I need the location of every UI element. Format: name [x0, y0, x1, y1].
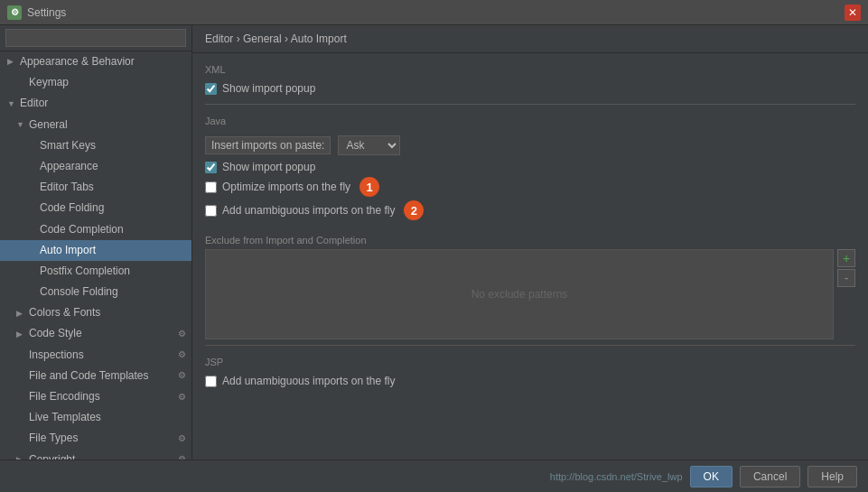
sidebar-item-label-copyright: Copyright — [29, 451, 75, 460]
jsp-section-label: JSP — [205, 357, 855, 367]
tree-arrow-editor: ▼ — [7, 97, 16, 110]
sidebar-item-label-code-style: Code Style — [29, 325, 82, 342]
sidebar-item-label-editor: Editor — [20, 95, 48, 112]
sidebar-item-label-console-folding: Console Folding — [40, 283, 118, 301]
sidebar-item-label-file-encodings: File Encodings — [29, 388, 100, 405]
optimize-imports-row: Optimize imports on the fly 1 — [205, 175, 855, 199]
xml-show-import-checkbox[interactable] — [205, 83, 217, 95]
sidebar-item-postfix-completion[interactable]: Postfix Completion — [0, 261, 191, 282]
sidebar-item-copyright[interactable]: ▶Copyright⚙ — [0, 450, 191, 460]
sidebar-item-label-colors-fonts: Colors & Fonts — [29, 304, 100, 321]
add-unambiguous-jsp-checkbox[interactable] — [205, 376, 217, 387]
main-container: ▶Appearance & BehaviorKeymap▼Editor▼Gene… — [0, 25, 868, 460]
search-input[interactable] — [5, 29, 186, 47]
sidebar-item-label-keymap: Keymap — [29, 74, 69, 91]
close-button[interactable]: ✕ — [845, 5, 861, 21]
window-title: Settings — [27, 6, 66, 19]
insert-imports-row: Insert imports on paste: Ask Always Neve… — [205, 132, 855, 159]
java-show-import-label: Show import popup — [222, 161, 315, 173]
sidebar-item-file-encodings[interactable]: File Encodings⚙ — [0, 386, 191, 407]
optimize-imports-label: Optimize imports on the fly — [222, 181, 350, 193]
gear-icon-file-encodings: ⚙ — [178, 390, 186, 404]
java-section-label: Java — [205, 116, 855, 126]
java-show-import-row: Show import popup — [205, 159, 855, 175]
xml-show-import-label: Show import popup — [222, 82, 315, 95]
add-unambiguous-java-label: Add unambiguous imports on the fly — [222, 204, 395, 217]
sidebar-item-appearance-e[interactable]: Appearance — [0, 156, 191, 177]
sidebar-item-inspections[interactable]: Inspections⚙ — [0, 345, 191, 366]
sidebar-item-label-file-types: File Types — [29, 430, 78, 447]
sidebar-item-file-code-templates[interactable]: File and Code Templates⚙ — [0, 366, 191, 386]
add-unambiguous-jsp-label: Add unambiguous imports on the fly — [222, 375, 395, 387]
sidebar-item-smart-keys[interactable]: Smart Keys — [0, 135, 191, 156]
sidebar-item-label-file-code-templates: File and Code Templates — [29, 367, 149, 385]
search-box — [0, 25, 191, 51]
sidebar-item-code-folding[interactable]: Code Folding — [0, 198, 191, 218]
sidebar-item-colors-fonts[interactable]: ▶Colors & Fonts — [0, 302, 191, 323]
watermark: http://blog.csdn.net/Strive_lwp — [550, 471, 683, 482]
sidebar-item-label-code-folding: Code Folding — [40, 200, 104, 217]
gear-icon-inspections: ⚙ — [178, 348, 186, 362]
content-area: Editor › General › Auto Import XML Show … — [192, 25, 868, 460]
exclude-box: No exclude patterns — [205, 249, 834, 339]
sidebar-item-live-templates[interactable]: Live Templates — [0, 407, 191, 428]
sidebar-item-console-folding[interactable]: Console Folding — [0, 282, 191, 302]
add-unambiguous-java-row: Add unambiguous imports on the fly 2 — [205, 199, 855, 222]
sidebar-item-label-appearance-e: Appearance — [40, 158, 98, 175]
tree-arrow-appearance: ▶ — [7, 55, 16, 68]
breadcrumb: Editor › General › Auto Import — [192, 25, 868, 53]
sidebar-item-label-general: General — [29, 116, 68, 134]
sidebar-item-editor[interactable]: ▼Editor — [0, 93, 191, 114]
xml-show-import-row: Show import popup — [205, 80, 855, 97]
sidebar-item-code-completion[interactable]: Code Completion — [0, 219, 191, 240]
sidebar-item-label-code-completion: Code Completion — [40, 221, 124, 238]
ok-button[interactable]: OK — [690, 466, 733, 487]
app-icon: ⚙ — [7, 5, 22, 20]
sidebar-item-label-inspections: Inspections — [29, 347, 84, 364]
insert-imports-select[interactable]: Ask Always Never — [338, 135, 400, 155]
tree-arrow-general: ▼ — [16, 118, 25, 131]
gear-icon-file-types: ⚙ — [178, 432, 186, 446]
java-section: Java Insert imports on paste: Ask Always… — [192, 105, 868, 229]
gear-icon-copyright: ⚙ — [178, 452, 186, 460]
sidebar: ▶Appearance & BehaviorKeymap▼Editor▼Gene… — [0, 25, 192, 460]
jsp-section: JSP Add unambiguous imports on the fly — [192, 346, 868, 396]
gear-icon-code-style: ⚙ — [178, 327, 186, 341]
java-show-import-checkbox[interactable] — [205, 162, 217, 173]
gear-icon-file-code-templates: ⚙ — [178, 368, 186, 383]
sidebar-item-editor-tabs[interactable]: Editor Tabs — [0, 177, 191, 198]
tree-arrow-copyright: ▶ — [16, 453, 25, 460]
add-unambiguous-java-checkbox[interactable] — [205, 205, 217, 217]
exclude-empty-label: No exclude patterns — [471, 288, 568, 301]
sidebar-item-general[interactable]: ▼General — [0, 115, 191, 135]
sidebar-item-auto-import[interactable]: Auto Import — [0, 240, 191, 261]
bottom-bar: http://blog.csdn.net/Strive_lwp OK Cance… — [0, 460, 868, 492]
exclude-buttons: + - — [837, 249, 855, 339]
xml-section-label: XML — [205, 64, 855, 75]
xml-section: XML Show import popup — [192, 53, 868, 104]
title-bar-left: ⚙ Settings — [7, 5, 66, 20]
sidebar-item-file-types[interactable]: File Types⚙ — [0, 428, 191, 449]
badge-1: 1 — [359, 177, 379, 197]
title-bar: ⚙ Settings ✕ — [0, 0, 868, 25]
exclude-label: Exclude from Import and Completion — [205, 235, 855, 246]
optimize-imports-checkbox[interactable] — [205, 181, 217, 193]
sidebar-item-code-style[interactable]: ▶Code Style⚙ — [0, 323, 191, 344]
add-unambiguous-jsp-row: Add unambiguous imports on the fly — [205, 373, 855, 389]
exclude-box-container: No exclude patterns + - — [205, 249, 855, 339]
sidebar-item-label-postfix-completion: Postfix Completion — [40, 263, 130, 280]
exclude-add-button[interactable]: + — [837, 249, 855, 267]
sidebar-item-label-editor-tabs: Editor Tabs — [40, 179, 94, 196]
cancel-button[interactable]: Cancel — [740, 466, 800, 487]
sidebar-item-keymap[interactable]: Keymap — [0, 72, 191, 93]
exclude-remove-button[interactable]: - — [837, 269, 855, 287]
sidebar-item-appearance[interactable]: ▶Appearance & Behavior — [0, 51, 191, 72]
tree-arrow-code-style: ▶ — [16, 328, 25, 340]
sidebar-item-label-appearance: Appearance & Behavior — [20, 53, 135, 70]
help-button[interactable]: Help — [807, 466, 857, 487]
insert-imports-label: Insert imports on paste: — [205, 136, 331, 154]
tree-arrow-colors-fonts: ▶ — [16, 307, 25, 320]
sidebar-item-label-auto-import: Auto Import — [40, 242, 96, 259]
sidebar-item-label-smart-keys: Smart Keys — [40, 137, 96, 154]
badge-2: 2 — [404, 200, 424, 220]
